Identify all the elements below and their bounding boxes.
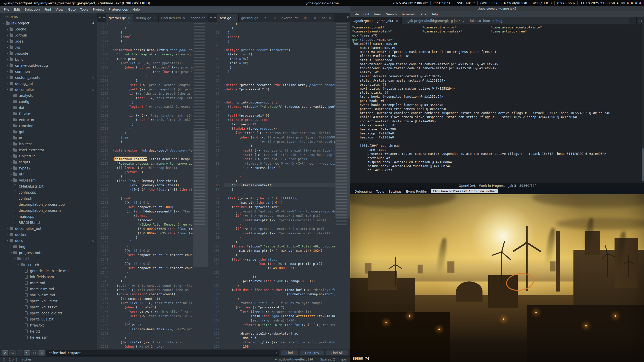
game-viewport[interactable]: 89860f74f xyxy=(350,194,644,362)
folder-item-build[interactable]: ▸build xyxy=(0,56,97,62)
folder-item-custom_assets[interactable]: ▸custom_assets xyxy=(0,75,97,81)
terminal-menu-item-view[interactable]: View xyxy=(372,12,384,16)
find-all-button[interactable]: Find All xyxy=(326,350,348,356)
menu-item-goto[interactable]: Goto xyxy=(66,8,78,11)
editor-pane-left[interactable]: 1187118811891190119111921193119411951196… xyxy=(97,22,208,349)
folder-item-scratch[interactable]: ▾scratch xyxy=(0,262,97,268)
terminal-scrollbar[interactable] xyxy=(642,24,644,183)
tab-gkernel.gc-jak2-kernel[interactable]: gkernel.gc — jak2/kernel× xyxy=(279,14,319,22)
terminal-tab-goalc[interactable]: ./goalc/goalc --game jak3 × xyxy=(350,17,402,24)
folder-item-Function[interactable]: ▸Function xyxy=(0,123,97,129)
toolbar-hide-hint[interactable]: Click here or Press Left Alt to hide Too… xyxy=(431,189,498,193)
file-item-CMakeLists.txt[interactable]: CMakeLists.txt xyxy=(0,183,97,189)
close-tab-icon[interactable]: × xyxy=(314,16,316,20)
terminal-menu-item-edit[interactable]: Edit xyxy=(361,12,372,16)
file-item-sprite_code_old.txt[interactable]: sprite_code_old.txt xyxy=(0,310,97,316)
highlight-matches-toggle[interactable]: ≡ xyxy=(39,350,45,355)
file-item-config.h[interactable]: config.h xyxy=(0,195,97,201)
code-editor-gkernel[interactable]: ) ) 0 (none) )(defmethod shrink-heap ((t… xyxy=(111,22,193,349)
folder-item-cmake-build-debug[interactable]: ▸cmake-build-debug xyxy=(0,62,97,68)
folder-item-jak1[interactable]: ▾jak1 xyxy=(0,256,97,262)
file-item-config.cpp[interactable]: config.cpp xyxy=(0,189,97,195)
folder-item-data[interactable]: ▸data xyxy=(0,105,97,111)
close-tab-icon[interactable]: × xyxy=(233,16,236,20)
tab-scroll-icon[interactable]: ◀ xyxy=(208,16,213,19)
terminal-menu-item-file[interactable]: File xyxy=(351,12,361,16)
tab-Find-Results[interactable]: Find Results× xyxy=(159,14,188,22)
file-item-main.cpp[interactable]: main.cpp xyxy=(0,213,97,220)
folder-item-Disasm[interactable]: ▸Disasm xyxy=(0,111,97,117)
menu-item-help[interactable]: Help xyxy=(130,8,142,11)
folder-item-IR2[interactable]: ▸IR2 xyxy=(0,135,97,141)
folder-item-types2[interactable]: ▸types2 xyxy=(0,165,97,171)
folder-item-level_extractor[interactable]: ▸level_extractor xyxy=(0,147,97,153)
file-item-sprite_vu1.txt[interactable]: sprite_vu1.txt xyxy=(0,316,97,322)
file-item-init-fields.asm[interactable]: init-fields.asm xyxy=(0,274,97,280)
folder-item-scripts[interactable]: ▸scripts xyxy=(0,159,97,165)
record-icon[interactable]: ● xyxy=(639,2,641,5)
cursor-icon[interactable]: ➤ xyxy=(617,2,619,5)
terminal-output[interactable]: *camera-init-mat* *camera-other-fov* *ca… xyxy=(350,24,641,183)
tab-debug.gc[interactable]: debug.gc× xyxy=(133,14,158,22)
notification-icon[interactable]: ● xyxy=(627,2,629,5)
file-item-decompilation_process.h[interactable]: decompilation_process.h xyxy=(0,207,97,213)
menu-item-project[interactable]: Project xyxy=(90,8,106,11)
tab-test.gc[interactable]: test.gc× xyxy=(217,14,238,22)
folder-item-debug_out[interactable]: ▸debug_out xyxy=(0,81,97,87)
regex-toggle[interactable]: .* xyxy=(2,350,8,355)
syntax-setting[interactable]: goal xyxy=(341,358,347,361)
folder-item-.vscode[interactable]: ▸.vscode xyxy=(0,50,97,56)
menu-item-find[interactable]: Find xyxy=(42,8,53,11)
tab-gkernel.gc-jak1-kernel[interactable]: gkernel.gc — jak1/kernel× xyxy=(239,14,279,22)
menu-item-edit[interactable]: Edit xyxy=(12,8,22,11)
file-item-tie.txt[interactable]: tie.txt xyxy=(0,328,97,334)
find-input[interactable]: defmethod compact ▾ xyxy=(46,350,279,356)
minimap[interactable] xyxy=(335,22,350,349)
file-item-shrub_asm.md[interactable]: shrub_asm.md xyxy=(0,292,97,298)
file-item-merc.md[interactable]: merc.md xyxy=(0,280,97,286)
menu-grid-icon[interactable]: ▤ xyxy=(3,358,5,361)
close-tab-icon[interactable]: × xyxy=(273,16,276,20)
close-tab-icon[interactable]: × xyxy=(183,16,185,20)
close-tab-icon[interactable]: × xyxy=(128,16,131,20)
tab-gkernel.gc[interactable]: gkernel.gc× xyxy=(106,14,133,22)
menu-item-tools[interactable]: Tools xyxy=(78,8,90,11)
minimap[interactable] xyxy=(193,22,208,349)
file-item-tfrag.txt[interactable]: tfrag.txt xyxy=(0,322,97,328)
menu-item-file[interactable]: File xyxy=(2,8,12,11)
folder-item-iso_test[interactable]: ▸iso_test xyxy=(0,141,97,147)
folder-item-.vs[interactable]: ▸.vs xyxy=(0,44,97,50)
folder-item-ObjectFile[interactable]: ▸ObjectFile xyxy=(0,153,97,159)
folder-item-progress-notes[interactable]: ▾progress-notes xyxy=(0,250,97,256)
close-tab-icon[interactable]: × xyxy=(329,16,331,20)
menu-item-preferences[interactable]: Preferences xyxy=(106,8,130,11)
indent-setting[interactable]: Spaces: 2 xyxy=(320,358,335,361)
folder-item-analysis[interactable]: ▸analysis xyxy=(0,93,97,99)
in-selection-toggle[interactable]: ▢ xyxy=(31,350,38,355)
folder-item-VuDisasm[interactable]: ▸VuDisasm xyxy=(0,177,97,183)
game-toolbar-item-tools[interactable]: Tools xyxy=(374,190,386,193)
folder-item-.github[interactable]: ▸.github xyxy=(0,32,97,38)
taskbar-active-window[interactable]: ./goalc/goalc --game xyxy=(305,1,339,5)
minimap-viewport[interactable] xyxy=(193,130,208,267)
chevron-down-icon[interactable]: ▾ xyxy=(276,351,277,354)
folder-item-extractor[interactable]: ▸extractor xyxy=(0,117,97,123)
file-item-README.md[interactable]: README.md xyxy=(0,220,97,226)
case-sensitive-toggle[interactable]: Aa xyxy=(9,350,16,355)
split-view-button[interactable]: ▢ xyxy=(636,17,644,24)
minimap-viewport[interactable] xyxy=(335,48,350,218)
folder-item-gui[interactable]: ▸gui xyxy=(0,129,97,135)
folder-item-decompiler_out[interactable]: ▸decompiler_out xyxy=(0,226,97,232)
terminal-menu-item-tabs[interactable]: Tabs xyxy=(417,12,429,16)
game-toolbar-item-event-profiler[interactable]: Event Profiler xyxy=(404,190,429,193)
terminal-tab-gk[interactable]: ~/jak-project/build/game/gk -g jak3 -v -… xyxy=(402,17,629,24)
menu-item-view[interactable]: View xyxy=(53,8,66,11)
volume-icon[interactable]: ● xyxy=(631,2,633,5)
folder-item-img[interactable]: ▸img xyxy=(0,244,97,250)
game-toolbar-item-settings[interactable]: Settings xyxy=(386,190,404,193)
terminal-menu-item-help[interactable]: Help xyxy=(428,12,440,16)
scrollbar-thumb[interactable] xyxy=(642,148,644,181)
folder-item-config[interactable]: ▸config xyxy=(0,99,97,105)
file-item-decompilation_process.cpp[interactable]: decompilation_process.cpp xyxy=(0,201,97,207)
folder-item-util[interactable]: ▸util xyxy=(0,171,97,177)
